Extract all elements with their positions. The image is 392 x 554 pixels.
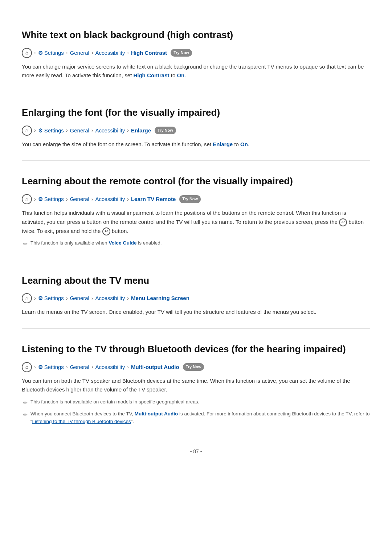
feature-crumb: Multi-output Audio — [131, 363, 179, 372]
try-now-badge[interactable]: Try Now — [183, 363, 204, 371]
try-now-badge[interactable]: Try Now — [155, 127, 176, 135]
chevron-icon: › — [91, 195, 93, 203]
home-icon: ⌂ — [22, 48, 32, 58]
divider-2 — [22, 160, 370, 161]
settings-icon: ⚙ — [38, 126, 43, 135]
chevron-icon: › — [66, 195, 68, 203]
chevron-icon: › — [91, 126, 93, 134]
chevron-icon: › — [127, 49, 129, 57]
chevron-icon: › — [66, 126, 68, 134]
chevron-icon: › — [34, 294, 36, 302]
section-title-learn-remote: Learning about the remote control (for t… — [22, 174, 370, 189]
chevron-icon: › — [127, 294, 129, 302]
body-text-tv-menu: Learn the menus on the TV screen. Once e… — [22, 308, 370, 317]
note-learn-remote-1: ✏ This function is only available when V… — [22, 239, 370, 248]
chevron-icon: › — [127, 195, 129, 203]
settings-icon: ⚙ — [38, 294, 43, 303]
home-icon: ⌂ — [22, 194, 32, 204]
settings-crumb: Settings — [44, 195, 64, 204]
body-text-learn-remote: This function helps individuals with a v… — [22, 209, 370, 235]
divider-3 — [22, 260, 370, 260]
accessibility-crumb: Accessibility — [95, 195, 125, 204]
section-tv-menu: Learning about the TV menu ⌂ › ⚙ Setting… — [22, 273, 370, 317]
note-bluetooth-1: ✏ This function is not available on cert… — [22, 398, 370, 407]
chevron-icon: › — [66, 49, 68, 57]
note-bluetooth-2: ✏ When you connect Bluetooth devices to … — [22, 410, 370, 426]
note-text: This function is only available when Voi… — [30, 239, 162, 247]
chevron-icon: › — [66, 363, 68, 371]
section-title-tv-menu: Learning about the TV menu — [22, 273, 370, 288]
section-learn-remote: Learning about the remote control (for t… — [22, 174, 370, 248]
body-text-bluetooth: You can turn on both the TV speaker and … — [22, 377, 370, 395]
home-icon: ⌂ — [22, 293, 32, 303]
general-crumb: General — [70, 363, 89, 372]
home-icon: ⌂ — [22, 126, 32, 136]
breadcrumb-bluetooth: ⌂ › ⚙ Settings › General › Accessibility… — [22, 362, 370, 372]
chevron-icon: › — [127, 126, 129, 134]
chevron-icon: › — [91, 294, 93, 302]
note-text-2: When you connect Bluetooth devices to th… — [30, 410, 370, 426]
note-text-1: This function is not available on certai… — [30, 398, 199, 406]
section-title-enlarge: Enlarging the font (for the visually imp… — [22, 105, 370, 120]
chevron-icon: › — [127, 363, 129, 371]
chevron-icon: › — [34, 195, 36, 203]
chevron-icon: › — [34, 126, 36, 134]
accessibility-crumb: Accessibility — [95, 294, 125, 303]
pencil-icon: ✏ — [23, 411, 28, 419]
accessibility-crumb: Accessibility — [95, 363, 125, 372]
settings-crumb: Settings — [44, 363, 64, 372]
general-crumb: General — [70, 195, 89, 204]
section-title-high-contrast: White text on black background (high con… — [22, 28, 370, 43]
settings-icon: ⚙ — [38, 195, 43, 204]
try-now-badge[interactable]: Try Now — [179, 195, 201, 203]
page-number: - 87 - — [22, 447, 370, 455]
feature-crumb: Enlarge — [131, 126, 151, 135]
settings-crumb: Settings — [44, 49, 64, 57]
pencil-icon: ✏ — [23, 240, 28, 248]
chevron-icon: › — [34, 49, 36, 57]
divider-4 — [22, 328, 370, 329]
back-button-icon-2: ↩ — [102, 227, 110, 235]
body-text-enlarge: You can enlarge the size of the font on … — [22, 140, 370, 149]
chevron-icon: › — [66, 294, 68, 302]
accessibility-crumb: Accessibility — [95, 126, 125, 135]
general-crumb: General — [70, 126, 89, 135]
breadcrumb-enlarge: ⌂ › ⚙ Settings › General › Accessibility… — [22, 126, 370, 136]
breadcrumb-tv-menu: ⌂ › ⚙ Settings › General › Accessibility… — [22, 293, 370, 303]
pencil-icon: ✏ — [23, 399, 28, 407]
divider-1 — [22, 92, 370, 92]
general-crumb: General — [70, 49, 89, 57]
feature-crumb: High Contrast — [131, 49, 167, 57]
highlight-high-contrast: High Contrast — [133, 72, 169, 78]
voice-guide-highlight: Voice Guide — [109, 240, 136, 246]
section-enlarge-font: Enlarging the font (for the visually imp… — [22, 105, 370, 149]
section-title-bluetooth: Listening to the TV through Bluetooth de… — [22, 342, 370, 357]
chevron-icon: › — [91, 49, 93, 57]
highlight-on-2: On — [240, 141, 248, 147]
chevron-icon: › — [91, 363, 93, 371]
settings-icon: ⚙ — [38, 49, 43, 57]
chevron-icon: › — [34, 363, 36, 371]
feature-crumb: Menu Learning Screen — [131, 294, 189, 303]
section-high-contrast: White text on black background (high con… — [22, 28, 370, 80]
feature-crumb: Learn TV Remote — [131, 195, 176, 204]
highlight-on-1: On — [177, 72, 184, 78]
bluetooth-link[interactable]: Listening to the TV through Bluetooth de… — [32, 419, 131, 424]
body-text-high-contrast: You can change major service screens to … — [22, 62, 370, 81]
settings-crumb: Settings — [44, 126, 64, 135]
try-now-badge[interactable]: Try Now — [171, 49, 192, 57]
breadcrumb-high-contrast: ⌂ › ⚙ Settings › General › Accessibility… — [22, 48, 370, 58]
highlight-enlarge: Enlarge — [213, 141, 233, 147]
back-button-icon-1: ↩ — [339, 218, 347, 226]
multi-output-highlight: Multi-output Audio — [135, 411, 178, 416]
breadcrumb-learn-remote: ⌂ › ⚙ Settings › General › Accessibility… — [22, 194, 370, 204]
home-icon: ⌂ — [22, 362, 32, 372]
settings-icon: ⚙ — [38, 363, 43, 372]
settings-crumb: Settings — [44, 294, 64, 303]
accessibility-crumb: Accessibility — [95, 49, 125, 57]
section-bluetooth-audio: Listening to the TV through Bluetooth de… — [22, 342, 370, 426]
general-crumb: General — [70, 294, 89, 303]
